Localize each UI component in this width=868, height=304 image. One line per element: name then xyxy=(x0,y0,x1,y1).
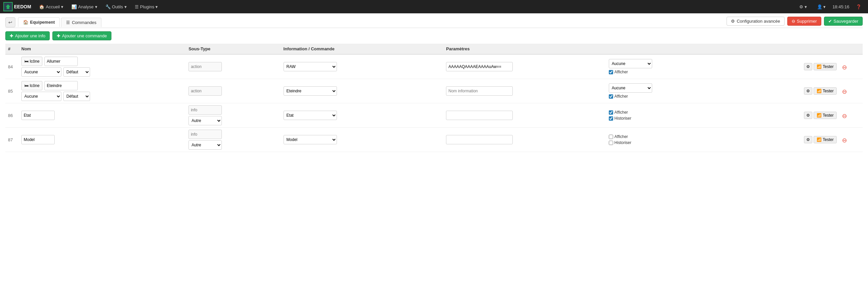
navbar-right: ⚙ ▾ 👤 ▾ 18:45:16 ❓ xyxy=(796,0,865,13)
sauvegarder-button[interactable]: ✔ Sauvegarder xyxy=(824,17,863,26)
icon-picker-button[interactable]: 🛏 Icône xyxy=(21,81,42,90)
subtype-autre-select[interactable]: Autre xyxy=(188,116,222,125)
info-commande-select[interactable]: RAW xyxy=(284,62,337,71)
remove-button[interactable]: ⊖ xyxy=(842,64,847,70)
remove-button[interactable]: ⊖ xyxy=(842,113,847,119)
afficher-checkbox[interactable] xyxy=(609,70,613,74)
user-button[interactable]: 👤 ▾ xyxy=(814,0,829,13)
svg-marker-0 xyxy=(6,4,10,9)
gear-button[interactable]: ⚙ xyxy=(804,63,812,70)
name-input[interactable] xyxy=(44,57,78,66)
back-button[interactable]: ↩ xyxy=(5,17,16,27)
commands-table: # Nom Sous-Type Information / Commande P… xyxy=(5,44,863,152)
logo-icon xyxy=(3,2,13,11)
col-soustype: Sous-Type xyxy=(186,44,281,54)
subtype-input[interactable] xyxy=(188,105,222,115)
equipment-icon: 🏠 xyxy=(23,20,28,25)
help-button[interactable]: ❓ xyxy=(852,0,865,13)
nav-outils[interactable]: 🔧 Outils ▾ xyxy=(102,0,130,13)
row-actions-cell: ⚙ 📶 Tester xyxy=(753,128,839,152)
row-remove-cell: ⊖ xyxy=(839,79,863,103)
historiser-checkbox[interactable] xyxy=(609,141,613,145)
info-commande-select[interactable]: Eteindre xyxy=(284,86,337,96)
afficher-checkbox[interactable] xyxy=(609,110,613,115)
row-id: 86 xyxy=(5,103,19,128)
table-row: 85🛏 Icône Aucune Défaut Eteindre Aucune … xyxy=(5,79,863,103)
row-info-commande-cell: Etat xyxy=(281,103,444,128)
row-subtype-cell xyxy=(186,79,281,103)
name-select1[interactable]: Aucune xyxy=(21,67,61,77)
name-select2[interactable]: Défaut xyxy=(63,67,90,77)
tester-button[interactable]: 📶 Tester xyxy=(814,112,837,119)
row-actions-cell: ⚙ 📶 Tester xyxy=(753,54,839,79)
tab-actions: ⚙ Configuration avancée ⊖ Supprimer ✔ Sa… xyxy=(726,17,863,28)
subtype-input[interactable] xyxy=(188,130,222,139)
signal-icon: 📶 xyxy=(817,113,822,118)
right-select[interactable]: Aucune xyxy=(609,83,652,93)
subtype-input[interactable] xyxy=(188,86,222,96)
col-id: # xyxy=(5,44,19,54)
settings-button[interactable]: ⚙ ▾ xyxy=(796,0,810,13)
nav-accueil[interactable]: 🏠 Accueil ▾ xyxy=(36,0,67,13)
row-right-cell: Aucune Afficher xyxy=(606,79,753,103)
row-params-cell xyxy=(443,54,606,79)
afficher-label: Afficher xyxy=(615,110,628,115)
afficher-checkbox[interactable] xyxy=(609,94,613,99)
info-commande-select[interactable]: Etat xyxy=(284,111,337,120)
params-input[interactable] xyxy=(446,62,513,71)
supprimer-button[interactable]: ⊖ Supprimer xyxy=(787,17,821,26)
row-actions-cell: ⚙ 📶 Tester xyxy=(753,79,839,103)
params-input[interactable] xyxy=(446,86,513,96)
chart-icon: 📊 xyxy=(71,4,77,9)
subtype-input[interactable] xyxy=(188,62,222,71)
right-select[interactable]: Aucune xyxy=(609,59,652,68)
tester-button[interactable]: 📶 Tester xyxy=(814,136,837,143)
brand-text: EEDOM xyxy=(14,4,31,9)
row-remove-cell: ⊖ xyxy=(839,128,863,152)
nav-plugins[interactable]: ☰ Plugins ▾ xyxy=(131,0,161,13)
name-input[interactable] xyxy=(21,135,55,144)
plugin-icon: ☰ xyxy=(135,4,139,9)
clock: 18:45:16 xyxy=(832,4,849,9)
afficher-checkbox[interactable] xyxy=(609,135,613,139)
tabs-row: ↩ 🏠 Equipement ☰ Commandes ⚙ Configurati… xyxy=(5,17,863,28)
row-subtype-cell: Autre xyxy=(186,103,281,128)
historiser-checkbox[interactable] xyxy=(609,116,613,121)
row-right-cell: Afficher Historiser xyxy=(606,128,753,152)
nav-analyse[interactable]: 📊 Analyse ▾ xyxy=(68,0,100,13)
name-input[interactable] xyxy=(44,81,78,90)
row-actions-cell: ⚙ 📶 Tester xyxy=(753,103,839,128)
params-input[interactable] xyxy=(446,111,513,120)
afficher-label: Afficher xyxy=(615,70,628,74)
name-input[interactable] xyxy=(21,111,55,120)
col-params: Paramètres xyxy=(443,44,606,54)
tester-button[interactable]: 📶 Tester xyxy=(814,63,837,70)
config-avancee-button[interactable]: ⚙ Configuration avancée xyxy=(726,17,784,26)
col-info-commande: Information / Commande xyxy=(281,44,444,54)
tab-commandes[interactable]: ☰ Commandes xyxy=(61,18,101,27)
icon-picker-button[interactable]: 🛏 Icône xyxy=(21,57,42,66)
subtype-autre-select[interactable]: Autre xyxy=(188,140,222,150)
gear-button[interactable]: ⚙ xyxy=(804,87,812,95)
row-name-cell xyxy=(19,103,186,128)
col-right1 xyxy=(606,44,753,54)
remove-button[interactable]: ⊖ xyxy=(842,89,847,95)
row-name-cell: 🛏 Icône Aucune Défaut xyxy=(19,79,186,103)
tester-button[interactable]: 📶 Tester xyxy=(814,87,837,95)
row-right-cell: Aucune Afficher xyxy=(606,54,753,79)
name-select2[interactable]: Défaut xyxy=(63,92,90,101)
ajouter-info-button[interactable]: ✚ Ajouter une info xyxy=(5,31,50,40)
signal-icon: 📶 xyxy=(817,137,822,142)
gear-button[interactable]: ⚙ xyxy=(804,136,812,143)
navbar: EEDOM 🏠 Accueil ▾ 📊 Analyse ▾ 🔧 Outils ▾… xyxy=(0,0,868,13)
remove-button[interactable]: ⊖ xyxy=(842,137,847,143)
gear-button[interactable]: ⚙ xyxy=(804,112,812,119)
home-icon: 🏠 xyxy=(39,4,44,9)
row-remove-cell: ⊖ xyxy=(839,54,863,79)
info-commande-select[interactable]: Model xyxy=(284,135,337,144)
params-input[interactable] xyxy=(446,135,513,144)
tab-equipement[interactable]: 🏠 Equipement xyxy=(18,17,60,27)
name-select1[interactable]: Aucune xyxy=(21,92,61,101)
col-nom: Nom xyxy=(19,44,186,54)
ajouter-commande-button[interactable]: ✚ Ajouter une commande xyxy=(52,31,111,40)
